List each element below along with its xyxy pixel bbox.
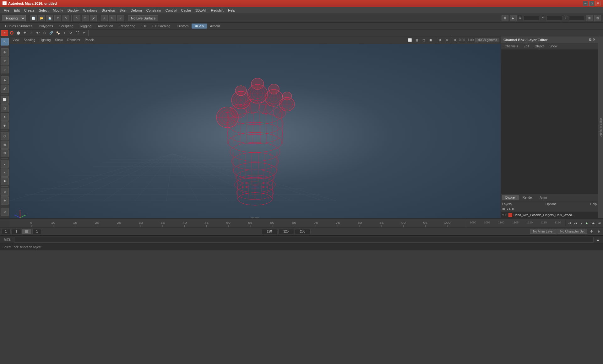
- shelf-icon-7[interactable]: ⬡: [41, 30, 48, 36]
- rotate-tool-btn[interactable]: ↻: [109, 15, 116, 21]
- anim-tool-2[interactable]: ◂: [1, 169, 9, 176]
- open-scene-btn[interactable]: 📂: [38, 15, 45, 21]
- tab-animation[interactable]: Animation: [95, 24, 116, 29]
- pb-end-btn[interactable]: ⏭: [596, 220, 602, 226]
- vp-menu-lighting[interactable]: Lighting: [38, 38, 52, 42]
- layer-back-btn[interactable]: ◂: [507, 207, 508, 211]
- vp-snap-btn[interactable]: ⊕: [443, 37, 450, 43]
- misc-tool-1[interactable]: ⚙: [1, 188, 9, 196]
- tab-rendering[interactable]: Rendering: [116, 24, 139, 29]
- menu-skin[interactable]: Skin: [117, 8, 128, 13]
- pb-play-btn[interactable]: ▸: [584, 220, 590, 226]
- viewport[interactable]: View Shading Lighting Show Renderer Pane…: [9, 36, 501, 218]
- menu-deform[interactable]: Deform: [129, 8, 144, 13]
- new-scene-btn[interactable]: 📄: [30, 15, 37, 21]
- status-icon-2[interactable]: ⊕: [595, 229, 602, 234]
- save-scene-btn[interactable]: 💾: [46, 15, 53, 21]
- model-tool-4[interactable]: ◆: [1, 121, 9, 129]
- menu-modify[interactable]: Modify: [51, 8, 65, 13]
- cb-options-label[interactable]: Options: [546, 202, 556, 206]
- rig-tool-2[interactable]: ⊞: [1, 141, 9, 148]
- cb-tab-edit[interactable]: Edit: [521, 44, 531, 49]
- menu-display[interactable]: Display: [66, 8, 81, 13]
- maximize-button[interactable]: □: [589, 1, 594, 6]
- vp-menu-renderer[interactable]: Renderer: [65, 38, 82, 42]
- gamma-dropdown[interactable]: sRGB gamma: [475, 38, 499, 42]
- layer-p-indicator[interactable]: P: [505, 213, 507, 217]
- current-frame-2[interactable]: 1: [12, 229, 21, 234]
- shelf-icon-13[interactable]: ✂: [81, 30, 87, 36]
- snap-tool-left[interactable]: ⊕: [1, 76, 9, 84]
- move-tool-left[interactable]: ✛: [1, 48, 9, 56]
- vp-icon-4[interactable]: ◼: [427, 37, 434, 43]
- shelf-icon-11[interactable]: ⟳: [68, 30, 74, 36]
- render-settings-btn[interactable]: ⚙: [502, 15, 508, 21]
- tab-custom[interactable]: Custom: [174, 24, 192, 29]
- move-tool-btn[interactable]: ✛: [101, 15, 108, 21]
- shelf-icon-8[interactable]: 🔗: [48, 30, 54, 36]
- z-field[interactable]: [569, 16, 585, 21]
- paint-btn[interactable]: 🖌: [90, 15, 97, 21]
- vp-menu-show[interactable]: Show: [53, 38, 65, 42]
- shelf-icon-2[interactable]: ⭕: [8, 30, 15, 36]
- pb-start-btn[interactable]: ⏮: [567, 220, 572, 226]
- cb-layers-label[interactable]: Layers: [502, 202, 512, 206]
- rig-tool-3[interactable]: ⊟: [1, 149, 9, 157]
- timeline-numbers[interactable]: 5 10 15 20 25 30 35 40: [9, 219, 465, 227]
- workspace-dropdown[interactable]: Rigging: [2, 15, 26, 21]
- vp-menu-panels[interactable]: Panels: [83, 38, 96, 42]
- tab-polygons[interactable]: Polygons: [35, 24, 56, 29]
- layer-v-indicator[interactable]: V: [502, 213, 504, 217]
- layer-next-btn[interactable]: ⏭: [512, 207, 515, 211]
- menu-file[interactable]: File: [2, 8, 11, 13]
- model-tool-3[interactable]: ◈: [1, 113, 9, 121]
- select-tool-left[interactable]: ↖: [1, 38, 9, 46]
- layer-fwd-btn[interactable]: ▸: [509, 207, 511, 211]
- anim-tool-1[interactable]: ▸: [1, 160, 9, 168]
- rotate-tool-left[interactable]: ↻: [1, 57, 9, 65]
- max-frames[interactable]: 200: [295, 229, 311, 234]
- vp-menu-shading[interactable]: Shading: [22, 38, 37, 42]
- channel-box-close-btn[interactable]: ✕: [593, 38, 595, 42]
- mel-expand-btn[interactable]: ▲: [595, 237, 601, 243]
- status-icon-1[interactable]: ⚙: [588, 229, 595, 234]
- menu-cache[interactable]: Cache: [179, 8, 193, 13]
- undo-btn[interactable]: ↶: [54, 15, 61, 21]
- menu-edit[interactable]: Edit: [12, 8, 22, 13]
- x-field[interactable]: [524, 16, 539, 21]
- vp-icon-1[interactable]: ⬜: [407, 37, 413, 43]
- menu-select[interactable]: Select: [37, 8, 51, 13]
- model-tool-1[interactable]: ⬜: [1, 96, 9, 104]
- vp-icon-2[interactable]: ▦: [414, 37, 420, 43]
- layer-prev-btn[interactable]: ⏮: [502, 207, 505, 211]
- y-field[interactable]: [546, 16, 562, 21]
- select-tool-btn[interactable]: ↖: [73, 15, 80, 21]
- layer-name[interactable]: Hand_with_Posable_Fingers_Dark_Wood_Fist…: [513, 213, 576, 217]
- cb-tab-display[interactable]: Display: [502, 195, 519, 200]
- cb-tab-anim[interactable]: Anim: [537, 195, 550, 200]
- gamma-value-2[interactable]: 1.00: [467, 38, 475, 42]
- layer-color-swatch[interactable]: [508, 213, 512, 217]
- scale-tool-btn[interactable]: ⤢: [117, 15, 124, 21]
- misc-tool-3[interactable]: ⊖: [1, 208, 9, 216]
- shelf-icon-3[interactable]: ⬤: [15, 30, 21, 36]
- shelf-icon-6[interactable]: 👁: [35, 30, 41, 36]
- vp-icon-3[interactable]: ◻: [421, 37, 427, 43]
- no-live-surface-btn[interactable]: No Live Surface: [128, 15, 158, 21]
- menu-constrain[interactable]: Constrain: [144, 8, 163, 13]
- misc-tool-2[interactable]: ⊕: [1, 196, 9, 204]
- render-btn[interactable]: ▶: [510, 15, 517, 21]
- model-tool-2[interactable]: ◻: [1, 104, 9, 112]
- tab-fx-caching[interactable]: FX Caching: [149, 24, 173, 29]
- redo-btn[interactable]: ↷: [62, 15, 69, 21]
- rig-tool-1[interactable]: ⬡: [1, 132, 9, 140]
- shelf-icon-4[interactable]: ✚: [22, 30, 28, 36]
- mel-input[interactable]: [14, 237, 594, 243]
- character-set-dropdown[interactable]: No Character Set: [557, 229, 587, 234]
- menu-3dtall[interactable]: 3DtoAll: [193, 8, 208, 13]
- shelf-icon-5[interactable]: ↗: [28, 30, 35, 36]
- scale-tool-left[interactable]: ⤢: [1, 66, 9, 73]
- tab-fx[interactable]: FX: [139, 24, 149, 29]
- channel-box-float-btn[interactable]: ⧉: [589, 38, 591, 42]
- pb-back-btn[interactable]: ◂: [579, 220, 584, 226]
